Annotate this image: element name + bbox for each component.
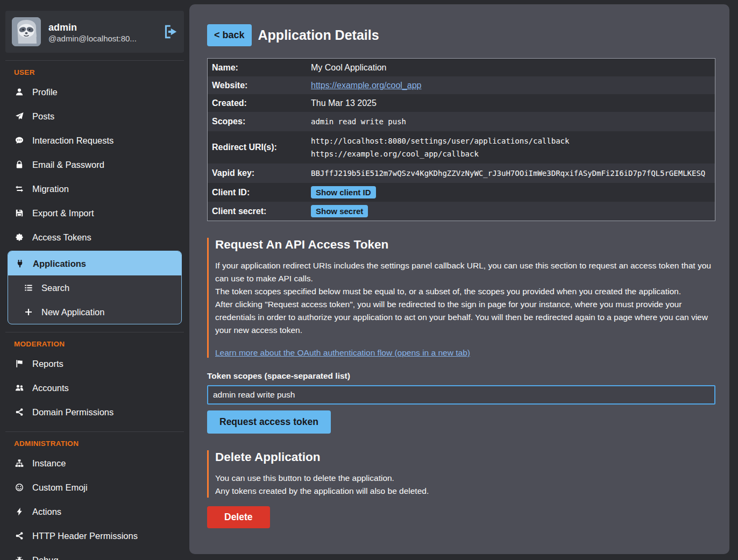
comment-icon [14,136,24,145]
redirect-uri-2: https://example.org/cool_app/callback [311,147,711,160]
sidebar-section-user: USER [14,68,189,76]
sidebar-item-label: Actions [32,506,61,517]
request-token-para-3: After clicking "Request access token", y… [215,298,715,337]
redirect-uri-1: http://localhost:8080/settings/user/appl… [311,134,711,147]
sidebar-item-label: Email & Password [32,159,104,170]
sidebar-item-label: Profile [32,87,58,97]
delete-application-section: Delete Application You can use this butt… [207,450,715,498]
applications-group: Applications Search New Application [8,251,182,324]
sidebar-item-instance[interactable]: Instance [0,451,189,475]
token-scopes-label: Token scopes (space-separated list) [207,371,715,381]
show-secret-button[interactable]: Show secret [311,205,368,217]
token-scopes-input[interactable] [207,385,715,405]
user-card[interactable]: admin @admin@localhost:80... [5,11,184,53]
sidebar-item-applications-search[interactable]: Search [8,275,181,300]
user-name: admin [48,21,137,34]
request-token-para-1: If your application redirect URIs includ… [215,259,715,285]
users-icon [14,384,24,392]
row-label: Scopes: [208,114,307,130]
avatar [12,17,41,46]
sidebar-item-posts[interactable]: Posts [0,104,189,128]
arrows-left-right-icon [14,185,24,193]
website-link[interactable]: https://example.org/cool_app [311,81,421,90]
sidebar-item-debug[interactable]: Debug [0,548,189,560]
row-label: Client secret: [208,203,307,219]
row-label: Website: [208,77,307,94]
sidebar-item-applications[interactable]: Applications [8,251,181,275]
smile-icon [14,483,24,492]
share-nodes-icon [14,531,24,540]
divider [5,431,184,432]
row-label: Created: [208,95,307,111]
details-row-client-id: Client ID: Show client ID [208,183,715,202]
sidebar-item-label: Reports [32,358,63,369]
row-label: Name: [208,60,307,76]
sidebar-item-label: Migration [32,183,69,194]
plus-icon [23,308,33,316]
details-row-created: Created: Thu Mar 13 2025 [208,94,715,112]
sidebar-item-http-header-permissions[interactable]: HTTP Header Permissions [0,523,189,548]
floppy-disk-icon [14,209,24,217]
oauth-docs-link[interactable]: Learn more about the OAuth authenticatio… [215,348,470,358]
sidebar-item-label: Domain Permissions [32,407,113,417]
sidebar-item-migration[interactable]: Migration [0,176,189,201]
delete-line-2: Any tokens created by the application wi… [215,485,715,498]
sidebar-item-export-import[interactable]: Export & Import [0,201,189,225]
sidebar-item-reports[interactable]: Reports [0,351,189,375]
sidebar-item-applications-new[interactable]: New Application [8,300,181,324]
sign-out-icon[interactable] [162,24,178,39]
divider [5,60,184,61]
sidebar-item-access-tokens[interactable]: Access Tokens [0,225,189,249]
details-row-scopes: Scopes: admin read write push [208,112,715,131]
main-panel: < back Application Details Name: My Cool… [189,4,729,554]
bug-icon [14,556,24,560]
details-row-client-secret: Client secret: Show secret [208,202,715,221]
sidebar-item-domain-permissions[interactable]: Domain Permissions [0,400,189,424]
sidebar-item-label: Access Tokens [32,232,91,243]
row-label: Redirect URI(s): [208,139,307,155]
sidebar-item-label: Search [41,282,69,293]
request-token-heading: Request An API Access Token [215,238,715,252]
user-handle: @admin@localhost:80... [48,34,137,43]
page-title: Application Details [258,27,379,43]
bolt-icon [14,507,24,516]
delete-button[interactable]: Delete [207,506,270,528]
row-label: Client ID: [208,185,307,201]
user-icon [14,88,24,96]
details-row-vapid-key: Vapid key: BBJffJ219b5iE512m7wQSzv4KgKDh… [208,164,715,183]
flag-icon [14,359,24,368]
sidebar-item-label: Instance [32,458,66,469]
back-button[interactable]: < back [207,24,252,46]
share-nodes-icon [14,408,24,416]
sidebar-item-interaction-requests[interactable]: Interaction Requests [0,128,189,152]
delete-application-heading: Delete Application [215,450,715,464]
sidebar: admin @admin@localhost:80... USER Profil… [0,0,189,560]
sitemap-icon [14,459,24,467]
sidebar-item-actions[interactable]: Actions [0,499,189,523]
paper-plane-icon [14,112,24,120]
sidebar-item-label: Posts [32,111,54,122]
sidebar-item-label: Custom Emoji [32,482,88,493]
sidebar-section-moderation: MODERATION [14,340,189,348]
sidebar-item-profile[interactable]: Profile [0,80,189,104]
header-row: < back Application Details [207,24,715,46]
lock-icon [14,160,24,169]
sidebar-item-email-password[interactable]: Email & Password [0,152,189,176]
divider [5,332,184,332]
sidebar-item-label: Export & Import [32,208,94,218]
sidebar-item-custom-emoji[interactable]: Custom Emoji [0,475,189,499]
details-row-redirect-uris: Redirect URI(s): http://localhost:8080/s… [208,131,715,164]
sidebar-item-label: Applications [33,258,86,269]
row-label: Vapid key: [208,165,307,181]
sidebar-item-accounts[interactable]: Accounts [0,375,189,400]
plug-icon [15,259,25,268]
redirect-uris-value: http://localhost:8080/settings/user/appl… [307,131,715,164]
request-access-token-button[interactable]: Request access token [207,410,331,434]
request-token-para-2: The token scopes specified below must be… [215,285,715,298]
show-client-id-button[interactable]: Show client ID [311,186,376,199]
sidebar-item-label: New Application [41,307,104,317]
created-value: Thu Mar 13 2025 [307,95,715,111]
sidebar-item-label: Accounts [32,382,69,393]
sloth-avatar-icon [12,17,41,46]
application-name-value: My Cool Application [307,60,715,76]
